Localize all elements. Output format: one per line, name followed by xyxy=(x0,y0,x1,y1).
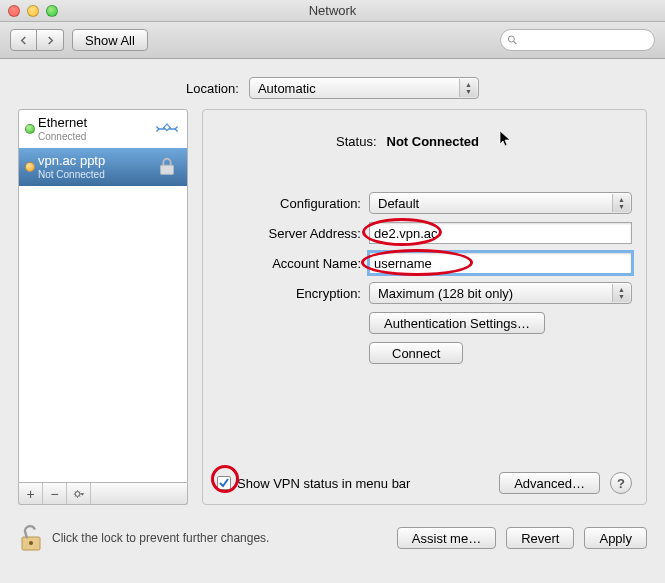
status-dot-green xyxy=(25,124,35,134)
svg-point-3 xyxy=(75,491,80,496)
footer: Click the lock to prevent further change… xyxy=(0,511,665,567)
search-input[interactable] xyxy=(522,33,648,47)
status-value: Not Connected xyxy=(387,134,479,149)
service-list: Ethernet Connected vpn.ac pptp Not Conne… xyxy=(18,109,188,483)
svg-line-11 xyxy=(79,491,80,492)
svg-line-1 xyxy=(514,41,517,44)
connect-button-row: Connect xyxy=(217,342,632,364)
service-item-vpn[interactable]: vpn.ac pptp Not Connected xyxy=(19,148,187,186)
advanced-button[interactable]: Advanced… xyxy=(499,472,600,494)
show-all-button[interactable]: Show All xyxy=(72,29,148,51)
add-service-button[interactable]: + xyxy=(19,483,43,504)
svg-line-10 xyxy=(75,495,76,496)
encryption-value: Maximum (128 bit only) xyxy=(378,286,513,301)
sidebar: Ethernet Connected vpn.ac pptp Not Conne… xyxy=(18,109,188,505)
service-name: vpn.ac pptp xyxy=(38,154,150,168)
auth-button-row: Authentication Settings… xyxy=(217,312,632,334)
gear-icon xyxy=(70,488,88,500)
check-icon xyxy=(218,477,230,489)
window-title: Network xyxy=(0,3,665,18)
status-dot-orange xyxy=(25,162,35,172)
help-button[interactable]: ? xyxy=(610,472,632,494)
encryption-row: Encryption: Maximum (128 bit only) ▲▼ xyxy=(217,282,632,304)
svg-line-9 xyxy=(79,495,80,496)
status-row: Status: Not Connected xyxy=(217,124,632,192)
configuration-label: Configuration: xyxy=(217,196,369,211)
chevron-right-icon xyxy=(46,36,55,45)
service-actions-button[interactable] xyxy=(67,483,91,504)
window-controls xyxy=(8,5,58,17)
revert-button[interactable]: Revert xyxy=(506,527,574,549)
chevron-updown-icon: ▲▼ xyxy=(612,194,630,212)
footer-buttons: Assist me… Revert Apply xyxy=(397,527,647,549)
ethernet-icon xyxy=(153,116,181,142)
detail-bottom-row: Show VPN status in menu bar Advanced… ? xyxy=(217,472,632,494)
svg-rect-2 xyxy=(161,165,174,174)
show-vpn-status-label: Show VPN status in menu bar xyxy=(237,476,410,491)
connect-button[interactable]: Connect xyxy=(369,342,463,364)
lock-help-text: Click the lock to prevent further change… xyxy=(52,531,269,545)
svg-line-8 xyxy=(75,491,76,492)
chevron-left-icon xyxy=(19,36,28,45)
show-vpn-status-checkbox[interactable] xyxy=(217,476,231,490)
apply-button[interactable]: Apply xyxy=(584,527,647,549)
configuration-row: Configuration: Default ▲▼ xyxy=(217,192,632,214)
authentication-settings-button[interactable]: Authentication Settings… xyxy=(369,312,545,334)
close-button[interactable] xyxy=(8,5,20,17)
server-address-label: Server Address: xyxy=(217,226,369,241)
content-area: Ethernet Connected vpn.ac pptp Not Conne… xyxy=(0,109,665,511)
cursor-icon xyxy=(499,130,513,152)
encryption-label: Encryption: xyxy=(217,286,369,301)
lock-icon xyxy=(153,154,181,180)
location-row: Location: Automatic ▲▼ xyxy=(0,59,665,109)
configuration-select[interactable]: Default ▲▼ xyxy=(369,192,632,214)
forward-button[interactable] xyxy=(37,29,64,51)
lock-open-icon[interactable] xyxy=(18,523,44,553)
sidebar-toolbar: + − xyxy=(18,483,188,505)
nav-group xyxy=(10,29,64,51)
back-button[interactable] xyxy=(10,29,37,51)
status-label: Status: xyxy=(336,134,376,149)
svg-point-0 xyxy=(508,36,514,42)
chevron-updown-icon: ▲▼ xyxy=(459,79,477,97)
toolbar: Show All xyxy=(0,22,665,59)
zoom-button[interactable] xyxy=(46,5,58,17)
assist-me-button[interactable]: Assist me… xyxy=(397,527,496,549)
server-address-row: Server Address: xyxy=(217,222,632,244)
titlebar: Network xyxy=(0,0,665,22)
chevron-updown-icon: ▲▼ xyxy=(612,284,630,302)
detail-panel: Status: Not Connected Configuration: Def… xyxy=(202,109,647,505)
search-icon xyxy=(507,34,518,46)
location-select[interactable]: Automatic ▲▼ xyxy=(249,77,479,99)
server-address-input[interactable] xyxy=(369,222,632,244)
encryption-select[interactable]: Maximum (128 bit only) ▲▼ xyxy=(369,282,632,304)
location-label: Location: xyxy=(186,81,239,96)
service-name: Ethernet xyxy=(38,116,150,130)
account-name-input[interactable] xyxy=(369,252,632,274)
svg-point-13 xyxy=(29,541,33,545)
location-value: Automatic xyxy=(258,81,316,96)
remove-service-button[interactable]: − xyxy=(43,483,67,504)
account-name-row: Account Name: xyxy=(217,252,632,274)
service-status: Connected xyxy=(38,131,150,142)
search-field[interactable] xyxy=(500,29,655,51)
account-name-label: Account Name: xyxy=(217,256,369,271)
minimize-button[interactable] xyxy=(27,5,39,17)
service-item-ethernet[interactable]: Ethernet Connected xyxy=(19,110,187,148)
service-status: Not Connected xyxy=(38,169,150,180)
configuration-value: Default xyxy=(378,196,419,211)
